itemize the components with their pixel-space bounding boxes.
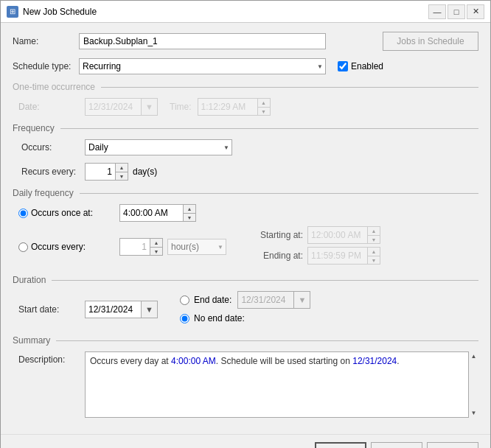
recurs-every-up-button[interactable]: ▲	[116, 164, 128, 172]
ending-at-down-button[interactable]: ▼	[368, 256, 380, 264]
recurs-every-spinner-btns: ▲ ▼	[115, 164, 128, 180]
jobs-in-schedule-button[interactable]: Jobs in Schedule	[383, 32, 478, 51]
occurs-once-at-label: Occurs once at:	[31, 208, 119, 218]
recurs-every-spinner: ▲ ▼	[85, 163, 128, 181]
start-date-input[interactable]	[86, 302, 141, 317]
occurs-every-radio[interactable]	[18, 242, 28, 252]
ok-button[interactable]: OK	[315, 442, 366, 448]
ending-at-label: Ending at:	[248, 251, 307, 261]
description-scrollbar[interactable]: ▲ ▼	[468, 351, 478, 418]
maximize-button[interactable]: □	[448, 4, 465, 19]
end-date-input-wrapper: ▼	[237, 291, 310, 309]
starting-at-down-button[interactable]: ▼	[368, 235, 380, 243]
frequency-content: Occurs: Daily Weekly Monthly Recurs ever…	[13, 139, 478, 181]
end-date-radio[interactable]	[180, 295, 189, 305]
ending-at-row: Ending at: ▲ ▼	[248, 247, 380, 265]
scroll-down-icon[interactable]: ▼	[471, 410, 477, 416]
occurs-every-input[interactable]	[120, 239, 150, 254]
description-label: Description:	[18, 351, 85, 365]
one-time-section-divider: One-time occurrence	[13, 82, 478, 92]
occurs-once-at-down-button[interactable]: ▼	[184, 213, 195, 221]
time-up-button: ▲	[258, 99, 270, 107]
one-time-divider-line	[101, 87, 478, 88]
recurs-every-input[interactable]	[86, 164, 115, 179]
frequency-label: Frequency	[13, 123, 60, 133]
occurs-select-wrapper: Daily Weekly Monthly	[85, 139, 232, 155]
description-box: Occurs every day at 4:00:00 AM. Schedule…	[85, 351, 478, 418]
daily-freq-content: Occurs once at: ▲ ▼ Occurs every: ▲	[13, 204, 478, 267]
one-time-time-input	[198, 99, 257, 114]
time-label: Time:	[170, 102, 192, 112]
summary-label: Summary	[13, 335, 56, 346]
enabled-checkbox[interactable]	[338, 61, 348, 71]
occurs-every-up-button[interactable]: ▲	[150, 239, 162, 247]
summary-divider-line	[56, 340, 478, 341]
title-bar: ⊞ New Job Schedule — □ ✕	[1, 1, 490, 23]
one-time-date-input	[86, 99, 141, 114]
one-time-time-wrapper: ▲ ▼	[198, 98, 271, 116]
occurs-every-down-button[interactable]: ▼	[150, 247, 162, 255]
recurs-every-label: Recurs every:	[18, 167, 85, 177]
description-highlight-time: 4:00:00 AM	[171, 356, 216, 366]
schedule-type-select[interactable]: Recurring One time Start automatically w…	[79, 58, 326, 74]
minimize-button[interactable]: —	[428, 4, 446, 19]
ending-at-spinner-btns: ▲ ▼	[367, 248, 380, 264]
footer: OK Cancel Help	[1, 434, 490, 448]
description-highlight-date: 12/31/2024	[352, 356, 397, 366]
duration-label: Duration	[13, 275, 52, 285]
end-date-label: End date:	[194, 295, 231, 305]
starting-at-label: Starting at:	[248, 230, 307, 240]
no-end-date-radio[interactable]	[180, 314, 189, 323]
starting-at-wrapper: ▲ ▼	[307, 226, 380, 244]
ending-at-input[interactable]	[308, 248, 367, 263]
description-wrapper: Occurs every day at 4:00:00 AM. Schedule…	[85, 351, 478, 418]
starting-at-up-button[interactable]: ▲	[368, 227, 380, 235]
name-row: Name: Jobs in Schedule	[13, 32, 478, 51]
name-label: Name:	[13, 36, 79, 46]
occurs-once-at-input[interactable]	[120, 206, 183, 220]
ending-at-wrapper: ▲ ▼	[307, 247, 380, 265]
end-date-cal-button[interactable]: ▼	[293, 292, 310, 308]
occurs-once-at-spinner-btns: ▲ ▼	[183, 205, 195, 221]
main-window: ⊞ New Job Schedule — □ ✕ Name: Jobs in S…	[0, 0, 491, 448]
enabled-label: Enabled	[351, 61, 383, 71]
occurs-label: Occurs:	[18, 142, 85, 153]
occurs-every-row: Occurs every: ▲ ▼ hour(s) minute(s) seco…	[18, 226, 478, 267]
help-button[interactable]: Help	[427, 442, 478, 448]
window-icon: ⊞	[7, 6, 18, 18]
enabled-checkbox-group: Enabled	[338, 61, 383, 71]
occurs-once-at-wrapper: ▲ ▼	[119, 204, 196, 222]
starting-at-input[interactable]	[308, 228, 367, 242]
end-date-input[interactable]	[238, 293, 293, 307]
summary-content: Description: Occurs every day at 4:00:00…	[13, 351, 478, 418]
schedule-type-label: Schedule type:	[13, 61, 79, 71]
scroll-up-icon[interactable]: ▲	[471, 353, 477, 360]
occurs-every-unit-select[interactable]: hour(s) minute(s) second(s)	[167, 239, 226, 255]
one-time-label: One-time occurrence	[13, 82, 101, 92]
title-bar-controls: — □ ✕	[428, 4, 484, 19]
duration-section-divider: Duration	[13, 275, 478, 285]
occurs-every-unit-wrapper: hour(s) minute(s) second(s)	[167, 239, 226, 255]
recurs-every-down-button[interactable]: ▼	[116, 172, 128, 180]
description-row: Description: Occurs every day at 4:00:00…	[18, 351, 478, 418]
occurs-once-at-up-button[interactable]: ▲	[184, 205, 195, 213]
summary-section-divider: Summary	[13, 335, 478, 346]
start-date-label: Start date:	[18, 304, 85, 315]
daily-freq-label: Daily frequency	[13, 188, 80, 198]
ending-at-up-button[interactable]: ▲	[368, 248, 380, 256]
occurs-every-spinner-btns: ▲ ▼	[150, 239, 162, 255]
starting-ending-block: Starting at: ▲ ▼ Ending at:	[248, 226, 380, 267]
duration-content: Start date: ▼ End date: ▼	[13, 291, 478, 328]
one-time-time-spinner: ▲ ▼	[257, 99, 270, 115]
occurs-once-at-radio[interactable]	[18, 209, 28, 218]
window-title: New Job Schedule	[23, 7, 97, 17]
occurs-row: Occurs: Daily Weekly Monthly	[18, 139, 478, 155]
one-time-date-row: Date: ▼ Time: ▲ ▼	[13, 98, 478, 116]
time-down-button: ▼	[258, 107, 270, 115]
close-button[interactable]: ✕	[467, 4, 484, 19]
start-date-cal-button[interactable]: ▼	[141, 301, 157, 318]
occurs-select[interactable]: Daily Weekly Monthly	[85, 139, 232, 155]
name-input[interactable]	[79, 33, 326, 49]
cancel-button[interactable]: Cancel	[371, 442, 422, 448]
date-label: Date:	[18, 102, 85, 112]
